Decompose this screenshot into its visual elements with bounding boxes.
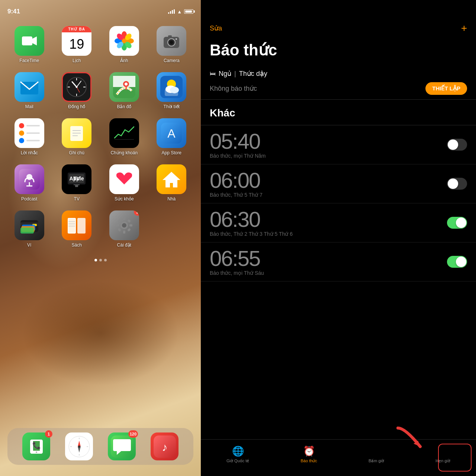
alarm-toggle-0540[interactable]: [447, 139, 467, 151]
dock-messages[interactable]: 120: [108, 432, 136, 460]
dock-phone[interactable]: 📞 1: [22, 432, 50, 460]
alarm-time: 06:30: [210, 209, 293, 230]
page-dot-2: [99, 259, 102, 261]
app-maps-label: Bản đồ: [117, 104, 131, 109]
stopwatch-icon: ⏱: [372, 446, 381, 457]
svg-point-68: [122, 223, 126, 228]
alarm-item-0540[interactable]: 05:40 Báo thức, mọi Thứ Năm: [201, 125, 476, 164]
status-bar: 9:41 ▲: [0, 0, 201, 19]
svg-point-14: [170, 41, 173, 44]
alarm-left: 05:40 Báo thức, mọi Thứ Năm: [210, 131, 266, 159]
edit-button[interactable]: Sửa: [210, 24, 222, 32]
alarm-toggle-0655[interactable]: [447, 256, 467, 268]
tab-world-clock[interactable]: 🌐 Giờ Quốc tế: [222, 444, 254, 465]
calendar-date: 19: [69, 32, 84, 56]
app-tv[interactable]: Apple TV TV: [55, 164, 99, 202]
tab-world-clock-label: Giờ Quốc tế: [226, 459, 249, 463]
setup-button[interactable]: THIẾT LẬP: [425, 82, 467, 95]
alarm-icon: ⏰: [303, 446, 315, 457]
app-health-label: Sức khỏe: [115, 196, 134, 202]
alarm-desc: Báo thức, mọi Thứ Năm: [210, 153, 266, 159]
other-title: Khác: [210, 107, 467, 119]
alarm-toggle-0600[interactable]: [447, 178, 467, 190]
app-camera[interactable]: Camera: [150, 26, 194, 63]
sleep-section: 🛏 Ngủ | Thức dậy Không báo thức THIẾT LẬ…: [201, 65, 476, 100]
app-settings[interactable]: 2 Cài đặt: [102, 210, 146, 248]
clock-topbar: Sửa +: [201, 0, 476, 38]
no-alarm-label: Không báo thức: [210, 84, 257, 93]
svg-rect-62: [77, 218, 86, 234]
app-home[interactable]: Nhà: [150, 164, 194, 202]
alarm-left: 06:55 Báo thức, mọi Thứ Sáu: [210, 248, 264, 276]
app-settings-label: Cài đặt: [117, 242, 131, 248]
dock-safari[interactable]: [65, 432, 93, 460]
app-clock-label: Đồng hồ: [68, 104, 85, 109]
battery-icon: [184, 9, 193, 14]
sleep-row: Không báo thức THIẾT LẬP: [210, 82, 467, 95]
app-maps[interactable]: Bản đồ: [102, 72, 146, 109]
spacer: [201, 282, 476, 439]
tab-stopwatch-label: Bấm giờ: [369, 459, 384, 463]
app-stocks-label: Chứng khoán: [110, 150, 138, 155]
red-arrow-annotation: [390, 424, 435, 456]
sleep-icon: 🛏: [210, 70, 216, 77]
app-photos[interactable]: Ảnh: [102, 26, 146, 63]
app-facetime[interactable]: FaceTime: [7, 26, 51, 63]
clock-app: Sửa + Báo thức 🛏 Ngủ | Thức dậy Không bá…: [201, 0, 476, 476]
svg-point-36: [170, 87, 179, 93]
svg-rect-72: [129, 224, 132, 226]
app-podcast-label: Podcast: [21, 196, 37, 202]
svg-point-87: [78, 446, 80, 448]
app-stocks[interactable]: Chứng khoán: [102, 118, 146, 155]
alarm-time: 06:55: [210, 248, 264, 269]
app-health[interactable]: Sức khỏe: [102, 164, 146, 202]
alarm-item-0600[interactable]: 06:00 Báo thức, Thứ 5 Thứ 7: [201, 164, 476, 203]
svg-rect-15: [168, 35, 172, 38]
sleep-separator: |: [234, 70, 236, 78]
app-tv-label: TV: [74, 196, 80, 202]
page-dot-3: [104, 259, 107, 261]
svg-rect-70: [123, 231, 125, 234]
svg-marker-54: [163, 172, 180, 187]
alarm-item-0630[interactable]: 06:30 Báo thức, Thứ 2 Thứ 3 Thứ 5 Thứ 6: [201, 203, 476, 242]
wifi-icon: ▲: [177, 9, 182, 15]
dock-music[interactable]: ♪: [151, 432, 178, 460]
app-reminders-label: Lời nhắc: [21, 150, 38, 155]
app-books-label: Sách: [72, 242, 82, 248]
app-notes[interactable]: Ghi chú: [55, 118, 99, 155]
app-wallet[interactable]: Ví: [7, 210, 51, 248]
alarm-desc: Báo thức, mọi Thứ Sáu: [210, 270, 264, 276]
alarm-item-0655[interactable]: 06:55 Báo thức, mọi Thứ Sáu: [201, 242, 476, 282]
app-appstore[interactable]: A App Store: [150, 118, 194, 155]
add-button[interactable]: +: [461, 22, 467, 34]
messages-badge: 120: [128, 430, 138, 438]
alarm-time: 05:40: [210, 131, 266, 152]
app-reminders[interactable]: Lời nhắc: [7, 118, 51, 155]
sleep-header: 🛏 Ngủ | Thức dậy: [210, 70, 467, 78]
svg-point-45: [26, 174, 32, 180]
timer-highlight-border: [438, 444, 472, 472]
dock: 📞 1: [7, 428, 193, 465]
app-mail-label: Mail: [25, 104, 33, 109]
app-calendar[interactable]: THỨ BA 19 Lịch: [55, 26, 99, 63]
alarm-toggle-0630[interactable]: [447, 217, 467, 229]
tab-stopwatch[interactable]: ⏱ Bấm giờ: [364, 444, 389, 465]
app-weather[interactable]: Thời tiết: [150, 72, 194, 109]
app-mail[interactable]: Mail: [7, 72, 51, 109]
svg-rect-75: [118, 228, 121, 232]
app-photos-label: Ảnh: [120, 58, 128, 63]
svg-point-77: [36, 451, 37, 453]
alarm-time: 06:00: [210, 170, 263, 191]
home-screen: 9:41 ▲ FaceTime THỨ BA: [0, 0, 201, 476]
app-books[interactable]: Sách: [55, 210, 99, 248]
tab-alarm[interactable]: ⏰ Báo thức: [296, 444, 322, 465]
svg-rect-60: [20, 228, 34, 234]
svg-rect-76: [127, 228, 131, 232]
app-facetime-label: FaceTime: [19, 58, 39, 63]
app-weather-label: Thời tiết: [164, 104, 180, 109]
alarm-left: 06:30 Báo thức, Thứ 2 Thứ 3 Thứ 5 Thứ 6: [210, 209, 293, 237]
app-clock[interactable]: Đồng hồ: [55, 72, 99, 109]
alarm-desc: Báo thức, Thứ 2 Thứ 3 Thứ 5 Thứ 6: [210, 231, 293, 237]
svg-marker-1: [32, 36, 37, 45]
app-podcast[interactable]: Podcast: [7, 164, 51, 202]
